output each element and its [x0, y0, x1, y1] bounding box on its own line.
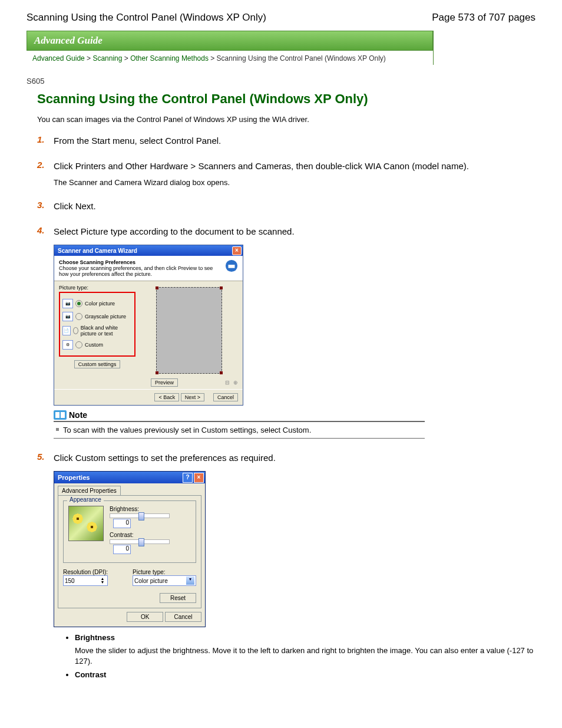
radio-icon: [73, 327, 78, 334]
chevron-down-icon[interactable]: ▾: [186, 577, 194, 585]
scanner-wizard-dialog: Scanner and Camera Wizard × Choose Scann…: [54, 245, 243, 406]
crop-handle-icon[interactable]: [220, 371, 223, 374]
resolution-spinner[interactable]: 150 ▲▼: [63, 575, 108, 586]
close-icon[interactable]: ×: [194, 473, 204, 483]
breadcrumb-sep-1: >: [87, 54, 92, 62]
breadcrumb-sep-3: >: [210, 54, 216, 62]
note-body-text: To scan with the values previously set i…: [63, 426, 311, 434]
resolution-label: Resolution (DPI):: [63, 569, 127, 575]
crop-handle-icon[interactable]: [156, 371, 158, 374]
picture-type-label: Picture type:: [59, 285, 135, 291]
radio-color-picture[interactable]: 📷 Color picture: [62, 299, 132, 308]
appearance-legend: Appearance: [67, 496, 104, 503]
wizard-header-title: Choose Scanning Preferences: [59, 259, 222, 265]
wizard-title: Scanner and Camera Wizard: [58, 248, 137, 254]
custom-icon: ⚙: [62, 340, 73, 350]
step-4-title: Select Picture type according to the doc…: [54, 225, 535, 238]
wizard-titlebar: Scanner and Camera Wizard ×: [54, 245, 243, 256]
breadcrumb-current: Scanning Using the Control Panel (Window…: [217, 54, 386, 62]
wizard-header-desc: Choose your scanning preferences, and th…: [59, 265, 222, 277]
intro-text: You can scan images via the Control Pane…: [37, 115, 535, 124]
breadcrumb-root[interactable]: Advanced Guide: [32, 54, 85, 62]
definition-brightness-body: Move the slider to adjust the brightness…: [75, 645, 535, 667]
radio-color-label: Color picture: [85, 301, 115, 307]
page-indicator: Page 573 of 707 pages: [432, 12, 535, 24]
spinner-arrows-icon[interactable]: ▲▼: [99, 577, 106, 584]
radio-custom-label: Custom: [85, 342, 103, 348]
crop-handle-icon[interactable]: [156, 286, 158, 289]
page-header-title: Scanning Using the Control Panel (Window…: [27, 12, 266, 24]
step-5-title: Click Custom settings to set the prefere…: [54, 452, 535, 464]
brightness-slider[interactable]: [110, 513, 170, 518]
appearance-thumbnail: [68, 506, 104, 541]
page-title: Scanning Using the Control Panel (Window…: [37, 91, 535, 107]
properties-titlebar: Properties ? ×: [54, 472, 205, 483]
zoom-in-icon[interactable]: ⊕: [233, 380, 238, 386]
definition-brightness-title: Brightness: [75, 633, 535, 642]
preview-button[interactable]: Preview: [151, 378, 178, 387]
properties-title: Properties: [58, 474, 90, 481]
bullet-icon: [56, 428, 59, 431]
tab-advanced-properties[interactable]: Advanced Properties: [58, 486, 121, 495]
step-4-number: 4.: [37, 225, 45, 235]
radio-custom[interactable]: ⚙ Custom: [62, 340, 132, 350]
grayscale-picture-icon: 📷: [62, 312, 73, 321]
reset-button[interactable]: Reset: [160, 593, 196, 603]
breadcrumb-other-methods[interactable]: Other Scanning Methods: [130, 54, 209, 62]
guide-banner: Advanced Guide: [27, 31, 433, 51]
contrast-label: Contrast:: [110, 532, 191, 538]
back-button[interactable]: < Back: [154, 393, 179, 401]
picture-type-highlight: 📷 Color picture 📷 Grayscale picture: [59, 292, 135, 357]
step-1-number: 1.: [37, 134, 45, 144]
breadcrumb: Advanced Guide > Scanning > Other Scanni…: [27, 51, 433, 65]
help-icon[interactable]: ?: [183, 473, 193, 483]
radio-grayscale-picture[interactable]: 📷 Grayscale picture: [62, 312, 132, 321]
contrast-value-input[interactable]: 0: [113, 545, 131, 554]
resolution-value: 150: [65, 578, 75, 584]
picture-type-value: Color picture: [134, 578, 186, 584]
zoom-out-icon[interactable]: ⊟: [225, 380, 230, 386]
step-2-title: Click Printers and Other Hardware > Scan…: [54, 160, 535, 172]
step-5-number: 5.: [37, 452, 45, 462]
ok-button[interactable]: OK: [127, 612, 163, 622]
note-title: Note: [69, 410, 87, 420]
svg-rect-1: [229, 265, 235, 268]
slider-thumb-icon[interactable]: [138, 538, 144, 546]
breadcrumb-scanning[interactable]: Scanning: [92, 54, 122, 62]
note-icon: [54, 410, 67, 420]
bw-picture-icon: 📄: [62, 326, 71, 335]
properties-dialog: Properties ? × Advanced Properties Appea…: [54, 471, 206, 627]
radio-icon: [75, 313, 82, 320]
color-picture-icon: 📷: [62, 299, 73, 308]
crop-handle-icon[interactable]: [220, 286, 223, 289]
note-block: Note To scan with the values previously …: [54, 410, 425, 439]
step-1-title: From the Start menu, select Control Pane…: [54, 134, 535, 147]
radio-icon: [75, 341, 82, 348]
properties-cancel-button[interactable]: Cancel: [165, 612, 201, 622]
radio-bw-picture[interactable]: 📄 Black and white picture or text: [62, 325, 132, 337]
next-button[interactable]: Next >: [181, 393, 204, 401]
brightness-label: Brightness:: [110, 506, 191, 512]
brightness-value-input[interactable]: 0: [113, 519, 131, 528]
picture-type-label-2: Picture type:: [133, 569, 196, 575]
radio-icon: [75, 300, 82, 307]
document-id: S605: [27, 77, 535, 85]
close-icon[interactable]: ×: [232, 246, 242, 255]
slider-thumb-icon[interactable]: [138, 512, 144, 521]
custom-settings-button[interactable]: Custom settings: [74, 360, 121, 368]
cancel-button[interactable]: Cancel: [213, 393, 238, 401]
step-2-desc: The Scanner and Camera Wizard dialog box…: [54, 178, 535, 187]
picture-type-select[interactable]: Color picture ▾: [133, 575, 196, 586]
step-3-number: 3.: [37, 200, 45, 210]
step-3-title: Click Next.: [54, 200, 535, 212]
breadcrumb-sep-2: >: [124, 54, 130, 62]
definition-contrast-title: Contrast: [75, 670, 535, 679]
radio-bw-label: Black and white picture or text: [81, 325, 132, 337]
step-2-number: 2.: [37, 160, 45, 170]
scanner-icon: [225, 259, 238, 272]
contrast-slider[interactable]: [110, 539, 170, 544]
radio-grayscale-label: Grayscale picture: [85, 314, 126, 319]
preview-area[interactable]: [156, 287, 222, 374]
